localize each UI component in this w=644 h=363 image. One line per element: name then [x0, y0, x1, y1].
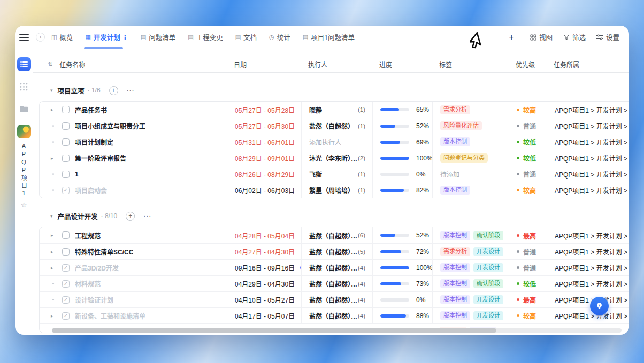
- task-date[interactable]: 04月10日 - 05月27日 ↻: [227, 292, 301, 307]
- column-progress[interactable]: 进度: [372, 60, 432, 69]
- task-priority[interactable]: 普通: [509, 166, 547, 182]
- tab-stats[interactable]: ◷ 统计: [269, 32, 290, 42]
- task-priority[interactable]: 较高: [509, 308, 547, 323]
- task-checkbox[interactable]: [62, 106, 70, 113]
- column-tags[interactable]: 标签: [432, 60, 508, 69]
- row-expand-icon[interactable]: [51, 173, 58, 175]
- tab-eng-change[interactable]: ▤ 工程变更: [188, 32, 223, 42]
- task-tags[interactable]: 需求分析: [432, 102, 509, 118]
- task-tags[interactable]: 版本控制开发设计: [432, 308, 509, 323]
- task-executor[interactable]: 沐光（李东昕）、... (2): [301, 150, 372, 166]
- task-belong[interactable]: APQP项目1 > 开发计划 > 项...: [547, 118, 629, 134]
- row-expand-icon[interactable]: ▸: [51, 233, 58, 238]
- tab-dev-plan[interactable]: ▦ 开发计划 ⋮: [85, 32, 128, 42]
- collapse-caret-icon[interactable]: ▾: [50, 88, 53, 93]
- task-checkbox[interactable]: [62, 138, 70, 146]
- task-checkbox[interactable]: [62, 231, 70, 239]
- task-executor[interactable]: 添加执行人: [301, 134, 372, 150]
- task-date[interactable]: 08月26日 - 08月29日 ↻: [227, 166, 301, 182]
- table-row[interactable]: ✓ 设计验证计划 ↻ 04月10日 - 05月27日 ↻ 盐然（白超然）、...…: [40, 291, 629, 307]
- column-belong[interactable]: 任务所属: [546, 60, 629, 69]
- task-progress[interactable]: 65%: [372, 102, 432, 118]
- table-row[interactable]: ▸ ✓ 产品3D/2D开发 ↻ 09月16日 - 09月16日 ↻ 盐然（白超然…: [40, 259, 629, 275]
- chevron-right-icon[interactable]: ›: [36, 33, 45, 42]
- task-date[interactable]: 04月29日 - 04月30日 ↻: [227, 276, 301, 291]
- task-date[interactable]: 05月27日 - 05月28日 ↻: [227, 102, 301, 118]
- task-date[interactable]: 09月16日 - 09月16日 ↻: [227, 260, 301, 275]
- task-executor[interactable]: 飞衡 (1): [301, 166, 372, 182]
- task-belong[interactable]: APQP项目1 > 开发计划 > 产...: [547, 276, 629, 291]
- task-date[interactable]: 04月28日 - 05月04日 ↻: [227, 227, 301, 243]
- task-tags[interactable]: 版本控制开发设计: [432, 292, 509, 307]
- main-menu-button[interactable]: [19, 34, 29, 41]
- task-priority[interactable]: 较低: [509, 150, 547, 166]
- table-row[interactable]: ▸ ✓ 新设备、工装和设施清单 ↻ 04月17日 - 05月07日 ↻ 盐然（白…: [40, 307, 629, 323]
- task-tags[interactable]: 版本控制确认阶段: [432, 276, 509, 291]
- row-expand-icon[interactable]: ▸: [51, 156, 58, 161]
- table-row[interactable]: 项目计划制定 ↻ 05月31日 - 06月01日 ↻ 添加执行人 69% 版本控…: [40, 134, 629, 150]
- task-progress[interactable]: 52%: [372, 227, 432, 243]
- task-belong[interactable]: APQP项目1 > 开发计划 > 项...: [547, 166, 629, 182]
- task-priority[interactable]: 最高: [509, 227, 547, 243]
- sidebar-item-tasks[interactable]: [17, 57, 31, 71]
- table-row[interactable]: ✓ 材料规范 ↻ 04月29日 - 04月30日 ↻ 盐然（白超然）、... (…: [40, 275, 629, 291]
- task-checkbox[interactable]: ✓: [62, 312, 70, 320]
- assistant-button[interactable]: [590, 297, 609, 315]
- tab-issue-list[interactable]: ▤ 问题清单: [141, 32, 175, 42]
- task-date[interactable]: 05月27日 - 05月30日 ↻: [227, 118, 301, 134]
- task-tags[interactable]: 版本控制开发设计: [432, 260, 509, 275]
- horizontal-scrollbar[interactable]: [52, 328, 622, 333]
- table-row[interactable]: ▸ 第一阶段评审报告 ↻ 08月29日 - 09月01日 ↻ 沐光（李东昕）、.…: [40, 150, 629, 166]
- task-tags[interactable]: 版本控制确认阶段: [432, 227, 509, 243]
- row-expand-icon[interactable]: [51, 299, 58, 300]
- row-expand-icon[interactable]: [51, 189, 58, 191]
- task-checkbox[interactable]: ✓: [62, 187, 70, 194]
- task-priority[interactable]: 较高: [509, 182, 547, 198]
- add-tab-button[interactable]: +: [509, 33, 514, 42]
- task-tags[interactable]: 待添加: [432, 166, 509, 182]
- task-executor[interactable]: 盐然（白超然）、... (5): [301, 244, 372, 259]
- task-date[interactable]: 06月02日 - 06月03日 ↻: [227, 182, 301, 198]
- table-row[interactable]: ▸ 特殊特性清单SC/CC ↻ 04月27日 - 04月30日 ↻ 盐然（白超然…: [40, 243, 629, 259]
- group-more-button[interactable]: ···: [143, 212, 151, 220]
- task-checkbox[interactable]: [62, 171, 70, 178]
- task-priority[interactable]: 普通: [509, 244, 547, 259]
- tab-menu-icon[interactable]: ⋮: [122, 34, 128, 41]
- task-priority[interactable]: 普通: [509, 118, 547, 134]
- column-executor[interactable]: 执行人: [301, 60, 372, 69]
- add-task-button[interactable]: +: [109, 86, 118, 95]
- task-executor[interactable]: 盐然（白超然）、... (4): [301, 260, 372, 275]
- view-button[interactable]: 视图: [530, 32, 553, 42]
- task-date[interactable]: 08月29日 - 09月01日 ↻: [227, 150, 301, 166]
- task-priority[interactable]: 较低: [509, 134, 547, 150]
- sidebar-item-folder[interactable]: [17, 102, 31, 116]
- task-executor[interactable]: 盐然（白超然）、... (4): [301, 276, 372, 291]
- task-belong[interactable]: APQP项目1 > 开发计划 > 项...: [547, 102, 629, 118]
- project-logo[interactable]: [17, 125, 31, 138]
- task-progress[interactable]: 82%: [372, 182, 432, 198]
- task-tags[interactable]: 版本控制: [432, 134, 509, 150]
- tab-overview[interactable]: ◫ 概览: [51, 32, 73, 42]
- task-date[interactable]: 05月31日 - 06月01日 ↻: [227, 134, 301, 150]
- task-tags[interactable]: 版本控制: [432, 182, 509, 198]
- table-row[interactable]: ✓ 项目启动会 ↻ 06月02日 - 06月03日 ↻ 繁星（周培培） (1) …: [40, 182, 629, 198]
- task-progress[interactable]: 0%: [372, 292, 432, 307]
- task-progress[interactable]: 100%: [372, 260, 432, 275]
- task-tags[interactable]: 风险量化评估: [432, 118, 509, 134]
- task-progress[interactable]: 69%: [372, 134, 432, 150]
- settings-button[interactable]: 设置: [596, 32, 619, 42]
- task-executor[interactable]: 晓静 (1): [301, 102, 372, 118]
- table-row[interactable]: ▸ 产品任务书 ↻ 05月27日 - 05月28日 ↻ 晓静 (1) 65% 需…: [40, 102, 629, 118]
- task-date[interactable]: 04月27日 - 04月30日 ↻: [227, 244, 301, 259]
- row-expand-icon[interactable]: [51, 283, 58, 284]
- task-belong[interactable]: APQP项目1 > 开发计划 > 产...: [547, 227, 629, 243]
- task-belong[interactable]: APQP项目1 > 开发计划 > 项...: [547, 134, 629, 150]
- task-priority[interactable]: 普通: [509, 260, 547, 275]
- scrollbar-thumb[interactable]: [52, 328, 496, 333]
- task-checkbox[interactable]: ✓: [62, 280, 70, 288]
- task-checkbox[interactable]: [62, 155, 70, 162]
- task-priority[interactable]: 较高: [509, 102, 547, 118]
- collapse-caret-icon[interactable]: ▾: [50, 213, 53, 219]
- task-executor[interactable]: 盐然（白超然）、... (4): [301, 292, 372, 307]
- task-belong[interactable]: APQP项目1 > 开发计划 > 产...: [547, 292, 629, 307]
